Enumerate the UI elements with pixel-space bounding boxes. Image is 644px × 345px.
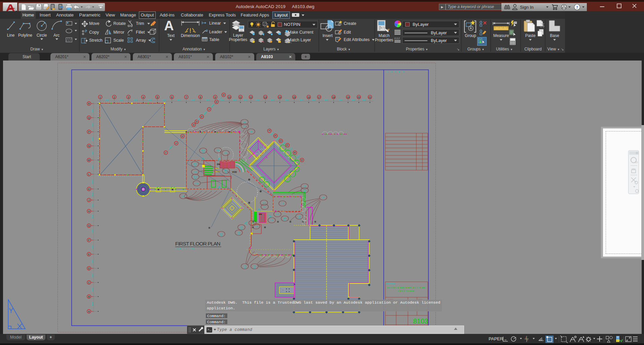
svg-text:8000: 8000 [106,99,109,101]
svg-text:SCALE 1 : 250: SCALE 1 : 250 [176,247,194,250]
svg-text:5000: 5000 [211,104,215,108]
svg-text:20: 20 [357,96,360,99]
svg-text:J5: J5 [244,265,246,267]
svg-text:8000: 8000 [91,215,93,218]
svg-text:M: M [88,159,90,161]
svg-text:8000: 8000 [233,99,237,101]
svg-text:J9: J9 [298,216,301,218]
svg-text:FIRST FLOOR PLAN: FIRST FLOOR PLAN [175,241,221,246]
svg-text:P16: P16 [201,150,205,152]
svg-text:8000: 8000 [91,203,93,207]
svg-text:8000: 8000 [177,99,181,101]
svg-text:P12: P12 [195,182,199,184]
svg-text:A: A [88,310,90,313]
svg-text:5000: 5000 [177,138,181,142]
svg-text:L: L [88,173,90,176]
svg-text:J6: J6 [304,189,306,191]
svg-text:19: 19 [347,96,349,99]
svg-text:8000: 8000 [134,99,138,101]
svg-text:DN: DN [217,163,220,165]
svg-text:8000: 8000 [91,165,93,169]
svg-text:P4: P4 [263,202,265,204]
svg-text:5000: 5000 [296,154,300,158]
svg-text:7: 7 [186,96,187,99]
svg-text:P6: P6 [220,233,223,235]
svg-text:D: D [88,267,90,270]
svg-text:FIRST FLOOR: FIRST FLOOR [398,290,415,293]
svg-text:8000: 8000 [91,259,93,263]
svg-text:8000: 8000 [91,137,93,141]
svg-text:P1: P1 [281,202,284,204]
svg-text:8000: 8000 [91,192,93,196]
svg-text:8000: 8000 [256,99,260,101]
svg-text:8000: 8000 [91,123,93,126]
svg-text:8000: 8000 [300,99,303,101]
svg-text:E: E [88,253,90,256]
svg-text:P14: P14 [194,176,197,178]
svg-text:8000: 8000 [91,180,93,183]
svg-text:12: 12 [250,96,252,99]
svg-text:8000: 8000 [312,99,316,101]
svg-text:J4: J4 [244,125,246,127]
svg-text:P8: P8 [270,219,273,221]
svg-text:8: 8 [200,96,201,99]
svg-text:P9: P9 [224,152,227,154]
svg-text:8000: 8000 [192,99,195,101]
svg-text:6: 6 [171,96,173,99]
svg-text:8000: 8000 [91,288,93,291]
svg-text:P3: P3 [276,213,279,215]
svg-text:8000: 8000 [120,99,123,101]
svg-text:2: 2 [114,96,115,99]
svg-text:18: 18 [332,96,335,99]
svg-text:13: 13 [264,96,267,99]
svg-text:R: R [88,103,90,105]
svg-text:8103: 8103 [413,317,428,325]
svg-text:1: 1 [100,96,101,99]
svg-text:8000: 8000 [352,99,355,101]
svg-text:8000: 8000 [91,273,93,277]
svg-text:DRAWING: DRAWING [386,282,395,284]
svg-text:11: 11 [239,96,241,99]
svg-text:P15: P15 [193,163,197,165]
svg-text:8000: 8000 [91,229,93,233]
svg-text:J4: J4 [304,185,306,187]
svg-text:P7: P7 [263,206,266,208]
svg-text:4: 4 [143,96,144,99]
svg-text:8000: 8000 [91,109,93,112]
svg-text:VOD: VOD [232,171,237,173]
svg-text:8000: 8000 [91,151,93,155]
svg-text:8000: 8000 [271,99,274,101]
svg-text:J8: J8 [322,196,325,198]
svg-text:J6: J6 [254,265,256,267]
svg-text:8000: 8000 [206,99,210,101]
svg-text:Q: Q [88,117,90,119]
svg-text:9: 9 [215,96,216,99]
svg-text:10: 10 [228,96,231,99]
svg-text:P11: P11 [224,170,228,172]
svg-text:8000: 8000 [339,99,343,101]
svg-text:14: 14 [278,96,281,99]
svg-text:16: 16 [307,96,310,99]
svg-text:8000: 8000 [91,245,93,249]
svg-text:5: 5 [157,96,158,99]
svg-text:P13: P13 [193,171,197,173]
svg-text:8000: 8000 [285,99,289,101]
svg-text:H: H [88,210,90,213]
svg-text:2D: 2D [635,161,638,163]
svg-text:8000: 8000 [221,99,224,101]
svg-text:F5: F5 [251,222,254,224]
svg-text:K: K [88,188,90,190]
svg-text:J: J [88,199,90,201]
svg-text:J6: J6 [238,232,240,234]
svg-text:DN: DN [259,213,262,215]
svg-text:P6: P6 [255,225,258,227]
svg-text:8000: 8000 [91,302,93,306]
svg-text:5000: 5000 [169,145,173,149]
svg-text:5000: 5000 [289,147,293,151]
svg-text:15: 15 [293,96,296,99]
svg-text:P5: P5 [283,218,286,220]
svg-text:8000: 8000 [325,99,328,101]
svg-text:8000: 8000 [363,99,366,101]
svg-text:J1: J1 [250,130,253,132]
svg-text:G: G [88,225,90,227]
